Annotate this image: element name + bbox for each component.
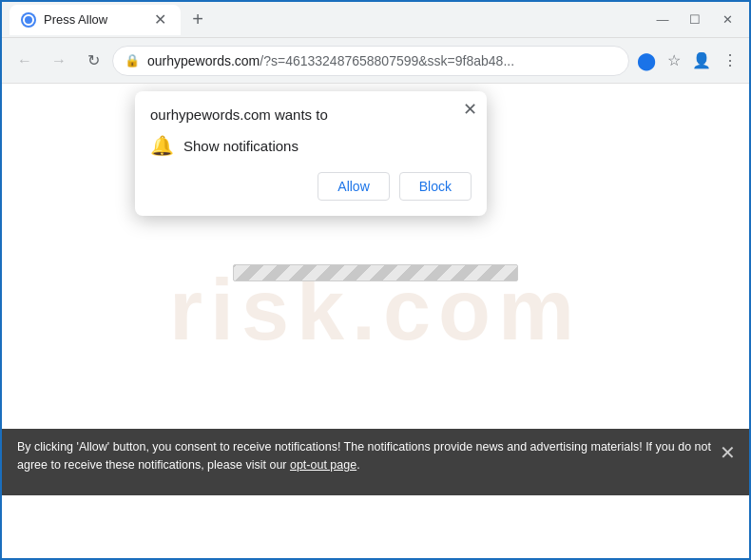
- url-path: /?s=461332487658807599&ssk=9f8ab48...: [260, 53, 514, 68]
- title-bar: Press Allow ✕ + — ☐ ✕: [2, 2, 749, 38]
- footer-text: By clicking 'Allow' button, you consent …: [17, 438, 711, 474]
- url-bar[interactable]: 🔒 ourhypewords.com/?s=461332487658807599…: [112, 46, 629, 76]
- browser-tab[interactable]: Press Allow ✕: [10, 5, 181, 35]
- tab-title: Press Allow: [44, 12, 143, 27]
- popup-buttons: Allow Block: [150, 172, 472, 201]
- refresh-button[interactable]: ↻: [78, 46, 108, 76]
- block-button[interactable]: Block: [399, 172, 472, 201]
- footer-close-button[interactable]: ✕: [720, 438, 736, 467]
- footer-text-before: By clicking 'Allow' button, you consent …: [17, 440, 711, 472]
- close-button[interactable]: ✕: [713, 6, 741, 34]
- profile-icon[interactable]: 👤: [688, 48, 715, 73]
- browser-content: risk.com risk Click the «Allow» button t…: [2, 84, 749, 495]
- new-tab-button[interactable]: +: [184, 7, 211, 33]
- maximize-button[interactable]: ☐: [681, 6, 709, 34]
- loading-bar-container: [233, 264, 518, 281]
- bookmark-icon[interactable]: ☆: [664, 48, 684, 73]
- url-domain: ourhypewords.com: [147, 53, 260, 68]
- allow-button[interactable]: Allow: [318, 172, 389, 201]
- menu-icon[interactable]: ⋮: [719, 48, 741, 73]
- extensions-area: ⬤: [633, 48, 660, 74]
- notification-popup: ✕ ourhypewords.com wants to 🔔 Show notif…: [135, 91, 487, 216]
- url-text: ourhypewords.com/?s=461332487658807599&s…: [147, 53, 617, 68]
- tab-close-button[interactable]: ✕: [150, 10, 169, 29]
- footer-bar: By clicking 'Allow' button, you consent …: [2, 429, 749, 495]
- window-controls: — ☐ ✕: [648, 6, 741, 34]
- address-bar: ← → ↻ 🔒 ourhypewords.com/?s=461332487658…: [2, 38, 749, 84]
- permission-text: Show notifications: [183, 138, 298, 154]
- lock-icon: 🔒: [125, 53, 140, 68]
- popup-close-button[interactable]: ✕: [463, 99, 477, 120]
- bell-icon: 🔔: [150, 134, 174, 157]
- back-button[interactable]: ←: [10, 46, 40, 76]
- tab-favicon: [21, 12, 36, 28]
- footer-text-after: .: [356, 458, 359, 472]
- coupon-icon[interactable]: ⬤: [633, 48, 660, 74]
- minimize-button[interactable]: —: [648, 6, 677, 34]
- popup-permission-row: 🔔 Show notifications: [150, 134, 472, 157]
- popup-title: ourhypewords.com wants to: [150, 106, 472, 123]
- opt-out-link[interactable]: opt-out page: [290, 458, 356, 472]
- forward-button[interactable]: →: [44, 46, 74, 76]
- loading-bar: [233, 264, 518, 281]
